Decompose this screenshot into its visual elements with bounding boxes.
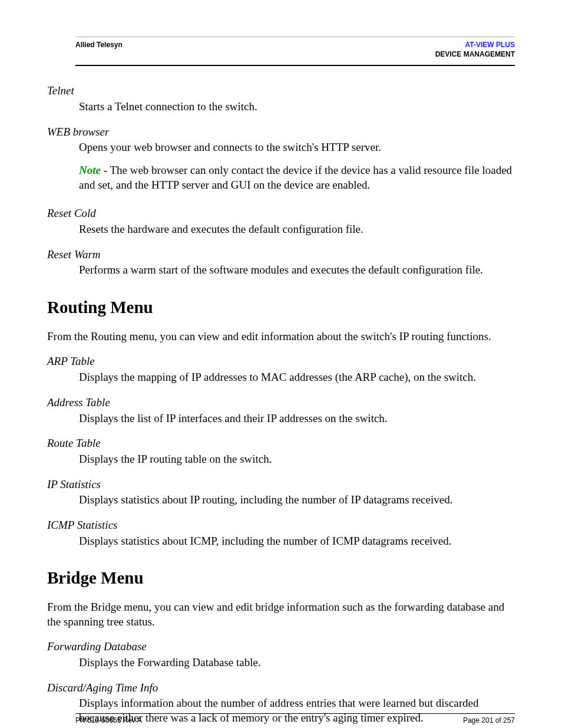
document-page: Allied Telesyn AT-VIEW PLUS DEVICE MANAG…	[0, 0, 562, 728]
note-label: Note	[79, 164, 101, 176]
desc-reset-warm: Performs a warm start of the software mo…	[79, 263, 515, 278]
desc-ip-statistics: Displays statistics about IP routing, in…	[79, 493, 515, 508]
header-left: Allied Telesyn	[75, 41, 123, 49]
desc-web-browser: Opens your web browser and connects to t…	[79, 140, 515, 155]
footer-part-number: PN 613-50665 Rev A	[75, 716, 142, 724]
heading-bridge-menu: Bridge Menu	[47, 567, 515, 589]
desc-address-table: Displays the list of IP interfaces and t…	[79, 411, 515, 426]
term-route-table: Route Table	[47, 436, 515, 451]
desc-route-table: Displays the IP routing table on the swi…	[79, 452, 515, 467]
desc-arp-table: Displays the mapping of IP addresses to …	[79, 370, 515, 385]
page-content: Telnet Starts a Telnet connection to the…	[47, 84, 515, 726]
desc-forwarding-database: Displays the Forwarding Database table.	[79, 655, 515, 670]
header-right: AT-VIEW PLUS DEVICE MANAGEMENT	[435, 41, 515, 59]
term-address-table: Address Table	[47, 396, 515, 410]
section-name: DEVICE MANAGEMENT	[435, 50, 515, 60]
product-name: AT-VIEW PLUS	[435, 41, 515, 50]
term-ip-statistics: IP Statistics	[47, 477, 515, 492]
term-web-browser: WEB browser	[47, 125, 515, 140]
heading-routing-menu: Routing Menu	[47, 297, 515, 319]
desc-reset-cold: Resets the hardware and executes the def…	[79, 222, 515, 237]
desc-icmp-statistics: Displays statistics about ICMP, includin…	[79, 534, 515, 549]
term-reset-cold: Reset Cold	[47, 206, 515, 221]
term-forwarding-database: Forwarding Database	[47, 640, 515, 654]
intro-bridge: From the Bridge menu, you can view and e…	[47, 600, 515, 629]
term-arp-table: ARP Table	[47, 354, 515, 369]
desc-telnet: Starts a Telnet connection to the switch…	[79, 100, 515, 114]
note-web-browser: Note - The web browser can only contact …	[79, 163, 515, 192]
term-discard-aging: Discard/Aging Time Info	[47, 681, 515, 696]
term-icmp-statistics: ICMP Statistics	[47, 518, 515, 533]
page-footer: PN 613-50665 Rev A Page 201 of 257	[75, 713, 515, 724]
note-text: - The web browser can only contact the d…	[79, 164, 512, 191]
page-header: Allied Telesyn AT-VIEW PLUS DEVICE MANAG…	[75, 37, 515, 66]
intro-routing: From the Routing menu, you can view and …	[47, 330, 515, 344]
term-telnet: Telnet	[47, 84, 515, 98]
footer-page-number: Page 201 of 257	[463, 716, 515, 724]
term-reset-warm: Reset Warm	[47, 248, 515, 262]
